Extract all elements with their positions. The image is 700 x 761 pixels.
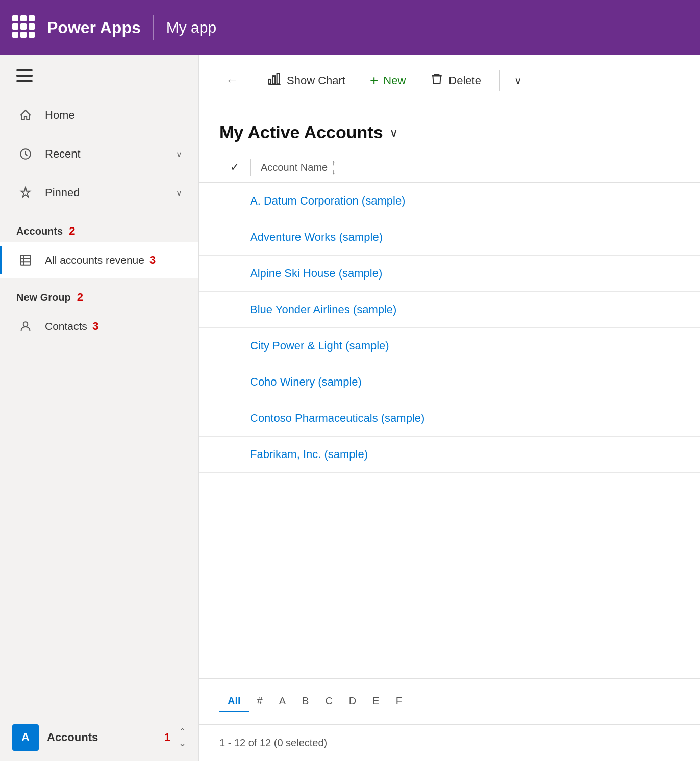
new-button[interactable]: + New [360,67,416,94]
show-chart-label: Show Chart [287,74,345,87]
table-row[interactable]: Contoso Pharmaceuticals (sample) [199,400,700,437]
hamburger-icon[interactable] [16,69,33,82]
item-badge: 3 [149,253,156,267]
account-name: Contoso Pharmaceuticals (sample) [250,412,424,425]
app-grid-icon[interactable] [12,15,37,40]
page-letter-f[interactable]: F [388,691,410,712]
new-group-badge: 2 [77,291,83,304]
section-label: Accounts [16,225,63,237]
app-name: My app [166,19,216,36]
grid-dot [20,15,27,21]
account-name: City Power & Light (sample) [250,339,389,352]
table-row[interactable]: A. Datum Corporation (sample) [199,183,700,219]
sidebar-bottom[interactable]: A Accounts 1 ⌃⌄ [0,714,198,761]
delete-button[interactable]: Delete [420,67,491,94]
section-label: New Group [16,292,71,303]
grid-dot [29,23,35,30]
accounts-badge: 2 [69,224,75,238]
list-header: ✓ Account Name ↑ ↓ [199,153,700,183]
svg-rect-4 [273,76,276,84]
account-name: Coho Winery (sample) [250,375,362,389]
checkmark-icon[interactable]: ✓ [230,161,239,174]
grid-dot [29,32,35,38]
bottom-label: Accounts [47,731,156,744]
sidebar-item-recent[interactable]: Recent ∨ [0,135,198,173]
delete-label: Delete [448,74,481,87]
toolbar-separator [499,70,500,91]
page-letter-all[interactable]: All [219,691,249,712]
grid-dot [29,15,35,21]
toolbar: ← Show Chart + New [199,55,700,106]
title-chevron-icon[interactable]: ∨ [389,125,398,140]
content-area: ← Show Chart + New [199,55,700,761]
account-name: Fabrikam, Inc. (sample) [250,448,368,461]
new-label: New [383,74,406,87]
show-chart-button[interactable]: Show Chart [257,67,356,94]
bottom-badge: 1 [164,731,170,744]
table-row[interactable]: Coho Winery (sample) [199,364,700,400]
grid-dot [12,23,18,30]
sort-desc-icon[interactable]: ↓ [332,168,335,176]
account-name: Adventure Works (sample) [250,231,383,244]
table-row[interactable]: Alpine Ski House (sample) [199,256,700,292]
hamburger-menu[interactable] [0,55,198,96]
table-row[interactable]: Blue Yonder Airlines (sample) [199,292,700,328]
sidebar-item-contacts[interactable]: Contacts 3 [0,308,198,345]
person-icon [16,317,35,336]
table-icon [16,251,35,269]
sidebar-item-home[interactable]: Home [0,96,198,135]
pagination-bar: All # A B C D E F [199,678,700,724]
table-row[interactable]: City Power & Light (sample) [199,328,700,364]
hamburger-line [16,75,33,77]
more-options-button[interactable]: ∨ [508,69,528,92]
svg-rect-1 [20,255,31,265]
sort-asc-icon[interactable]: ↑ [332,159,335,167]
content-header: My Active Accounts ∨ [199,106,700,153]
select-all-checkbox[interactable]: ✓ [219,161,250,174]
bottom-chevron-icon[interactable]: ⌃⌄ [179,726,186,749]
table-row[interactable]: Adventure Works (sample) [199,219,700,256]
chevron-down-icon: ∨ [176,188,182,198]
svg-rect-3 [268,79,271,84]
table-row[interactable]: Fabrikam, Inc. (sample) [199,437,700,473]
account-name: Alpine Ski House (sample) [250,267,382,280]
grid-dot [12,15,18,21]
sort-icons: ↑ ↓ [332,159,335,176]
page-letter-d[interactable]: D [341,691,364,712]
app-title: Power Apps [47,18,141,37]
trash-icon [430,72,443,89]
item-badge: 3 [92,320,98,333]
account-name: Blue Yonder Airlines (sample) [250,303,396,316]
sidebar-item-label: Contacts [45,320,87,333]
sidebar-item-pinned[interactable]: Pinned ∨ [0,173,198,212]
plus-icon: + [370,72,378,89]
chevron-down-icon: ∨ [514,75,522,86]
status-bar: 1 - 12 of 12 (0 selected) [199,724,700,761]
sidebar-item-label: Pinned [45,186,80,199]
pin-icon [16,184,35,202]
page-letter-c[interactable]: C [317,691,340,712]
chart-icon [267,72,282,89]
svg-rect-5 [277,73,280,84]
hamburger-line [16,69,33,71]
sidebar-item-label: Recent [45,147,81,161]
page-letter-hash[interactable]: # [249,691,271,712]
home-icon [16,106,35,124]
sidebar-item-label: Home [45,109,75,122]
content-title: My Active Accounts [219,122,383,142]
account-name: A. Datum Corporation (sample) [250,194,405,208]
page-letter-b[interactable]: B [294,691,317,712]
page-letter-a[interactable]: A [271,691,294,712]
page-letter-e[interactable]: E [364,691,387,712]
hamburger-line [16,80,33,82]
recent-icon [16,145,35,163]
back-button[interactable]: ← [215,67,249,93]
avatar: A [12,724,39,751]
new-group-section-header: New Group 2 [0,278,198,308]
sidebar-item-label: All accounts revenue [45,254,144,266]
status-text: 1 - 12 of 12 (0 selected) [219,737,327,749]
grid-dot [20,32,27,38]
grid-dot [20,23,27,30]
sidebar: Home Recent ∨ [0,55,199,761]
sidebar-item-all-accounts-revenue[interactable]: All accounts revenue 3 [0,242,198,278]
